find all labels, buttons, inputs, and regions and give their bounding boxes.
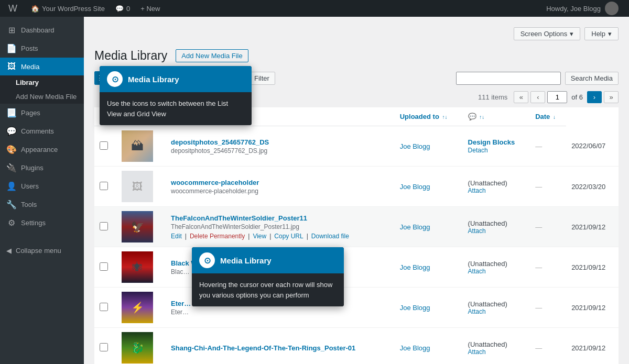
- search-input[interactable]: [456, 72, 561, 85]
- row-comments: —: [530, 247, 566, 288]
- download-file-link[interactable]: Download file: [311, 233, 349, 240]
- layout: ⊞ Dashboard 📄 Posts 🖼 Media Library Add …: [0, 17, 629, 364]
- author-link[interactable]: Joe Blogg: [400, 263, 430, 271]
- attach-link[interactable]: Attach: [468, 308, 525, 315]
- sidebar-item-library[interactable]: Library: [0, 75, 84, 90]
- item-count: 111 items: [478, 93, 507, 101]
- copy-url-link[interactable]: Copy URL: [274, 233, 303, 240]
- sidebar-item-add-new[interactable]: Add New Media File: [0, 90, 84, 104]
- row-uploaded: (Unattached) Attach: [463, 167, 530, 207]
- col-comments[interactable]: 💬 ↑↓: [463, 107, 530, 126]
- row-select-checkbox[interactable]: [100, 141, 108, 150]
- wp-logo-icon[interactable]: W: [5, 3, 20, 14]
- help-chevron-icon: ▾: [608, 30, 612, 38]
- adminbar-site-name[interactable]: 🏠 Your WordPress Site: [26, 0, 110, 17]
- page-title: Media Library: [94, 49, 167, 63]
- attach-link[interactable]: Attach: [468, 348, 525, 356]
- author-link[interactable]: Joe Blogg: [400, 344, 430, 352]
- row-checkbox: [94, 207, 116, 247]
- row-select-checkbox[interactable]: [100, 303, 108, 311]
- file-link[interactable]: Shang-Chi-And-The-Legend-Of-The-Ten-Ring…: [171, 344, 355, 352]
- col-date[interactable]: Date ↓: [530, 107, 566, 126]
- sidebar-item-media[interactable]: 🖼 Media: [0, 58, 84, 75]
- row-thumb: 🏔: [116, 126, 166, 167]
- row-date: 2021/09/12: [566, 207, 619, 247]
- file-link[interactable]: depositphotos_254657762_DS: [171, 138, 269, 146]
- table-row: 🖼 woocommerce-placeholder woocommerce-pl…: [94, 167, 619, 207]
- adminbar-comments[interactable]: 💬 0: [110, 0, 135, 17]
- comment-icon: 💬: [115, 5, 124, 13]
- file-link[interactable]: woocommerce-placeholder: [171, 179, 259, 186]
- col-uploaded[interactable]: Uploaded to ↑↓: [395, 107, 463, 126]
- current-page-input[interactable]: [547, 91, 567, 103]
- author-link[interactable]: Joe Blogg: [400, 142, 430, 150]
- row-author: Joe Blogg: [395, 167, 463, 207]
- file-name: Eter…: [171, 308, 389, 316]
- row-checkbox: [94, 126, 116, 167]
- row-checkbox: [94, 167, 116, 207]
- row-comments: —: [530, 167, 566, 207]
- sidebar-item-settings[interactable]: ⚙ Settings: [0, 214, 84, 232]
- thumbnail: 🐉: [122, 332, 153, 363]
- sidebar-item-comments[interactable]: 💬 Comments: [0, 122, 84, 140]
- delete-permanently-link[interactable]: Delete Permanently: [190, 233, 245, 240]
- table-row: 🦅 TheFalconAndTheWinterSoldier_Poster11 …: [94, 207, 619, 247]
- row-comments: —: [530, 126, 566, 167]
- row-date: 2021/09/12: [566, 247, 619, 288]
- adminbar-user[interactable]: Howdy, Joe Blogg: [541, 2, 624, 15]
- sidebar-item-tools[interactable]: 🔧 Tools: [0, 195, 84, 214]
- uploaded-to-link[interactable]: Design Blocks: [468, 138, 515, 146]
- author-link[interactable]: Joe Blogg: [400, 304, 430, 312]
- last-page-button[interactable]: »: [604, 91, 619, 103]
- prev-page-button[interactable]: ‹: [530, 91, 545, 103]
- attach-link[interactable]: Attach: [468, 187, 525, 194]
- file-link[interactable]: TheFalconAndTheWinterSoldier_Poster11: [171, 214, 307, 222]
- row-select-checkbox[interactable]: [100, 222, 108, 230]
- sidebar-media-submenu: Library Add New Media File: [0, 75, 84, 104]
- row-uploaded: (Unattached) Attach: [463, 207, 530, 247]
- row-select-checkbox[interactable]: [100, 343, 108, 351]
- sidebar-item-posts[interactable]: 📄 Posts: [0, 39, 84, 58]
- add-new-media-button[interactable]: Add New Media File: [176, 49, 248, 62]
- row-file: woocommerce-placeholder woocommerce-plac…: [166, 167, 395, 207]
- row-comments: —: [530, 288, 566, 328]
- adminbar-new[interactable]: + New: [135, 0, 165, 17]
- row-select-checkbox[interactable]: [100, 182, 108, 190]
- unattached-label: (Unattached): [468, 300, 507, 308]
- edit-link[interactable]: Edit: [171, 233, 182, 240]
- sidebar-item-pages[interactable]: 📃 Pages: [0, 104, 84, 122]
- sidebar: ⊞ Dashboard 📄 Posts 🖼 Media Library Add …: [0, 17, 84, 364]
- row-author: Joe Blogg: [395, 126, 463, 167]
- sidebar-collapse[interactable]: ◀ Collapse menu: [0, 242, 84, 259]
- unattached-label: (Unattached): [468, 179, 507, 187]
- media-table: Author ↑↓ Uploaded to ↑↓ 💬 ↑↓ Date ↓ 🏔: [94, 107, 619, 364]
- attach-link[interactable]: Attach: [468, 268, 525, 275]
- row-date: 2022/06/07: [566, 126, 619, 167]
- first-page-button[interactable]: «: [514, 91, 528, 103]
- detach-link[interactable]: Detach: [468, 147, 488, 154]
- view-link[interactable]: View: [253, 233, 266, 240]
- screen-options-button[interactable]: Screen Options ▾: [514, 27, 581, 40]
- table-row: ⚡ Eter… Eter… Joe Blogg (Unattached) Att…: [94, 288, 619, 328]
- row-author: Joe Blogg: [395, 288, 463, 328]
- attach-link[interactable]: Attach: [468, 227, 525, 235]
- thumbnail: 🕷: [122, 251, 153, 283]
- sidebar-item-appearance[interactable]: 🎨 Appearance: [0, 140, 84, 159]
- home-icon: 🏠: [31, 5, 39, 13]
- thumbnail: 🦅: [122, 211, 153, 242]
- avatar: [605, 2, 619, 15]
- filter-button[interactable]: Filter: [248, 72, 275, 85]
- sidebar-item-users[interactable]: 👤 Users: [0, 177, 84, 195]
- search-media-button[interactable]: Search Media: [565, 72, 619, 85]
- sidebar-item-dashboard[interactable]: ⊞ Dashboard: [0, 21, 84, 39]
- sidebar-item-plugins[interactable]: 🔌 Plugins: [0, 159, 84, 177]
- author-link[interactable]: Joe Blogg: [400, 183, 430, 191]
- file-link[interactable]: Eter…: [171, 300, 191, 307]
- author-link[interactable]: Joe Blogg: [400, 223, 430, 231]
- file-name: depositphotos_254657762_DS.jpg: [171, 147, 389, 155]
- row-date: 2021/09/12: [566, 328, 619, 365]
- row-select-checkbox[interactable]: [100, 262, 108, 271]
- next-page-button[interactable]: ›: [587, 91, 602, 103]
- help-button[interactable]: Help ▾: [584, 27, 619, 40]
- row-file: depositphotos_254657762_DS depositphotos…: [166, 126, 395, 167]
